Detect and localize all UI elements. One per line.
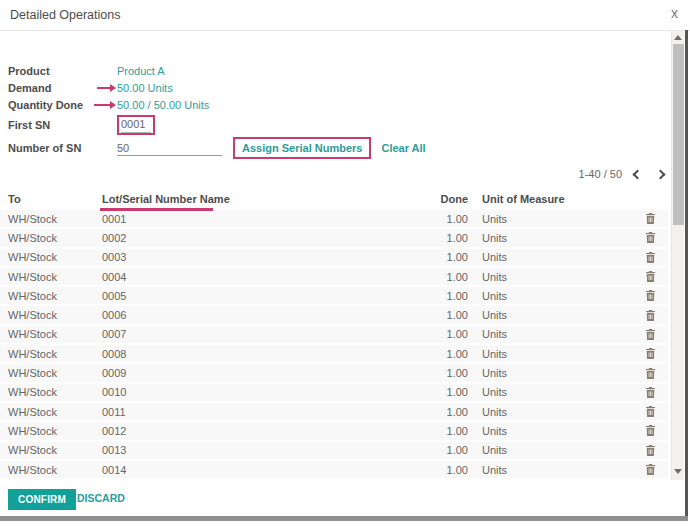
cell-uom: Units — [468, 232, 588, 244]
cell-to: WH/Stock — [0, 328, 102, 340]
header-done[interactable]: Done — [402, 193, 468, 205]
delete-row-icon[interactable] — [632, 290, 668, 301]
cell-to: WH/Stock — [0, 444, 102, 456]
delete-row-icon[interactable] — [632, 271, 668, 282]
cell-lot: 0014 — [102, 464, 402, 476]
cell-lot: 0007 — [102, 328, 402, 340]
cell-to: WH/Stock — [0, 386, 102, 398]
cell-done: 1.00 — [402, 367, 468, 379]
product-link[interactable]: Product A — [117, 65, 165, 77]
dialog-title: Detailed Operations — [10, 8, 120, 22]
scrollbar[interactable] — [671, 31, 684, 480]
trash-icon — [646, 387, 655, 398]
detailed-operations-dialog: Detailed Operations x Product Product A … — [0, 0, 690, 528]
table-row[interactable]: WH/Stock00041.00Units — [0, 268, 668, 287]
cell-to: WH/Stock — [0, 251, 102, 263]
cell-lot: 0004 — [102, 271, 402, 283]
trash-icon — [646, 348, 655, 359]
cell-done: 1.00 — [402, 271, 468, 283]
cell-lot: 0003 — [102, 251, 402, 263]
cell-done: 1.00 — [402, 444, 468, 456]
cell-lot: 0010 — [102, 386, 402, 398]
cell-uom: Units — [468, 348, 588, 360]
cell-uom: Units — [468, 251, 588, 263]
confirm-button[interactable]: CONFIRM — [8, 489, 76, 510]
cell-done: 1.00 — [402, 213, 468, 225]
scroll-up-icon[interactable] — [674, 35, 682, 40]
trash-icon — [646, 232, 655, 243]
header-to[interactable]: To — [0, 193, 102, 205]
cell-to: WH/Stock — [0, 271, 102, 283]
clear-all-link[interactable]: Clear All — [381, 142, 425, 154]
cell-done: 1.00 — [402, 251, 468, 263]
delete-row-icon[interactable] — [632, 425, 668, 436]
delete-row-icon[interactable] — [632, 348, 668, 359]
header-lot[interactable]: Lot/Serial Number Name — [102, 193, 402, 205]
cell-to: WH/Stock — [0, 406, 102, 418]
pager: 1-40 / 50 — [579, 166, 664, 182]
table-row[interactable]: WH/Stock00071.00Units — [0, 326, 668, 345]
delete-row-icon[interactable] — [632, 445, 668, 456]
trash-icon — [646, 425, 655, 436]
delete-row-icon[interactable] — [632, 406, 668, 417]
first-sn-label: First SN — [8, 119, 117, 131]
table-row[interactable]: WH/Stock00081.00Units — [0, 345, 668, 364]
number-of-sn-input[interactable] — [117, 140, 222, 156]
header-uom[interactable]: Unit of Measure — [468, 193, 588, 205]
table-row[interactable]: WH/Stock00101.00Units — [0, 384, 668, 403]
annotation-arrow-icon — [97, 87, 110, 89]
operations-form: Product Product A Demand 50.00 Units Qua… — [8, 62, 568, 160]
cell-lot: 0012 — [102, 425, 402, 437]
table-row[interactable]: WH/Stock00091.00Units — [0, 364, 668, 383]
table-row[interactable]: WH/Stock00111.00Units — [0, 403, 668, 422]
trash-icon — [646, 329, 655, 340]
cell-uom: Units — [468, 386, 588, 398]
table-row[interactable]: WH/Stock00141.00Units — [0, 461, 668, 480]
table-row[interactable]: WH/Stock00121.00Units — [0, 422, 668, 441]
cell-to: WH/Stock — [0, 309, 102, 321]
cell-uom: Units — [468, 213, 588, 225]
cell-done: 1.00 — [402, 309, 468, 321]
cell-to: WH/Stock — [0, 367, 102, 379]
cell-lot: 0009 — [102, 367, 402, 379]
delete-row-icon[interactable] — [632, 213, 668, 224]
table-row[interactable]: WH/Stock00021.00Units — [0, 229, 668, 248]
cell-uom: Units — [468, 406, 588, 418]
cell-uom: Units — [468, 271, 588, 283]
table-row[interactable]: WH/Stock00051.00Units — [0, 287, 668, 306]
table-row[interactable]: WH/Stock00131.00Units — [0, 442, 668, 461]
trash-icon — [646, 271, 655, 282]
assign-serial-numbers-button[interactable]: Assign Serial Numbers — [233, 137, 371, 159]
dialog-header: Detailed Operations x — [0, 0, 690, 31]
pager-range: 1-40 / 50 — [579, 168, 622, 180]
delete-row-icon[interactable] — [632, 368, 668, 379]
next-page-icon[interactable] — [656, 169, 666, 179]
cell-uom: Units — [468, 367, 588, 379]
table-row[interactable]: WH/Stock00061.00Units — [0, 306, 668, 325]
delete-row-icon[interactable] — [632, 464, 668, 475]
scrollbar-thumb[interactable] — [673, 44, 684, 225]
cell-to: WH/Stock — [0, 232, 102, 244]
cell-done: 1.00 — [402, 290, 468, 302]
cell-done: 1.00 — [402, 232, 468, 244]
scroll-down-icon[interactable] — [674, 469, 682, 474]
trash-icon — [646, 406, 655, 417]
trash-icon — [646, 445, 655, 456]
delete-row-icon[interactable] — [632, 252, 668, 263]
table-row[interactable]: WH/Stock00011.00Units — [0, 210, 668, 229]
table-row[interactable]: WH/Stock00031.00Units — [0, 249, 668, 268]
delete-row-icon[interactable] — [632, 387, 668, 398]
cell-to: WH/Stock — [0, 348, 102, 360]
previous-page-icon[interactable] — [633, 169, 643, 179]
delete-row-icon[interactable] — [632, 329, 668, 340]
delete-row-icon[interactable] — [632, 232, 668, 243]
cell-to: WH/Stock — [0, 213, 102, 225]
delete-row-icon[interactable] — [632, 310, 668, 321]
cell-done: 1.00 — [402, 328, 468, 340]
first-sn-input[interactable] — [121, 117, 151, 133]
cell-to: WH/Stock — [0, 464, 102, 476]
discard-button[interactable]: DISCARD — [77, 492, 125, 504]
close-icon[interactable]: x — [671, 5, 678, 21]
trash-icon — [646, 368, 655, 379]
serial-numbers-table: To Lot/Serial Number Name Done Unit of M… — [0, 190, 668, 480]
